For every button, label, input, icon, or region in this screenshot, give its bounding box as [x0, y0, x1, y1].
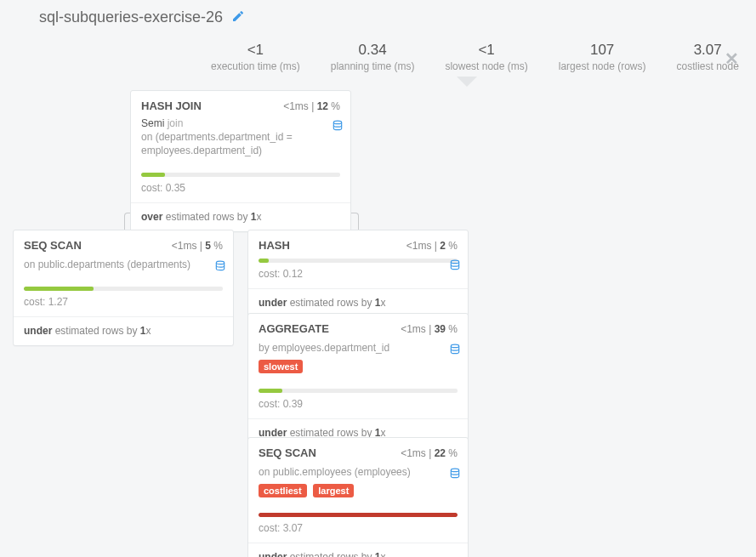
node-header: HASH <1ms | 2 % [248, 230, 468, 257]
svg-point-2 [451, 260, 458, 264]
metric-planning-time: 0.34 planning time (ms) [315, 42, 430, 72]
svg-point-3 [451, 344, 458, 348]
plan-node-hash-join[interactable]: HASH JOIN <1ms | 12 % Semi join on (depa… [130, 90, 351, 232]
database-icon [214, 259, 226, 276]
node-type: HASH JOIN [141, 99, 202, 112]
node-body: by employees.department_id slowest [248, 341, 468, 380]
node-header: SEQ SCAN <1ms | 5 % [14, 230, 233, 257]
svg-point-1 [216, 261, 224, 264]
badges: costliest largest [259, 484, 458, 497]
cost-value: cost: 0.12 [248, 263, 468, 289]
node-body [248, 257, 468, 259]
metric-value: 0.34 [331, 42, 415, 59]
page-title: sql-subqueries-exercise-26 [39, 9, 223, 26]
estimate-row: over estimated rows by 1x [131, 203, 350, 231]
metric-execution-time: <1 execution time (ms) [196, 42, 315, 72]
database-icon [332, 119, 344, 135]
plan-canvas: HASH JOIN <1ms | 12 % Semi join on (depa… [0, 77, 756, 557]
node-condition: on public.departments (departments) [24, 258, 223, 271]
node-subtext: Semi join [141, 117, 340, 129]
plan-node-seq-scan-employees[interactable]: SEQ SCAN <1ms | 22 % on public.employees… [247, 437, 469, 557]
metric-slowest-node: <1 slowest node (ms) [429, 42, 543, 72]
metric-value: <1 [211, 42, 300, 59]
metrics-bar: <1 execution time (ms) 0.34 planning tim… [0, 26, 756, 72]
cost-value: cost: 0.39 [248, 393, 468, 419]
metric-label: planning time (ms) [331, 60, 415, 72]
node-condition: by employees.department_id [259, 341, 458, 355]
node-header: SEQ SCAN <1ms | 22 % [248, 438, 468, 464]
badge-slowest: slowest [259, 360, 303, 373]
node-body: on public.departments (departments) [14, 258, 233, 278]
plan-node-seq-scan-departments[interactable]: SEQ SCAN <1ms | 5 % on public.department… [13, 230, 234, 346]
metric-value: <1 [445, 42, 527, 59]
database-icon [449, 343, 461, 359]
estimate-row: under estimated rows by 1x [14, 317, 233, 345]
badge-costliest: costliest [259, 484, 307, 497]
node-type: HASH [259, 239, 290, 252]
node-stats: <1ms | 39 % [401, 323, 458, 335]
database-icon [449, 259, 461, 275]
node-stats: <1ms | 22 % [401, 447, 458, 459]
metric-value: 107 [559, 42, 646, 59]
database-icon [449, 467, 461, 483]
node-type: AGGREGATE [259, 322, 329, 335]
node-type: SEQ SCAN [24, 239, 82, 252]
node-header: AGGREGATE <1ms | 39 % [248, 314, 468, 340]
svg-point-0 [333, 121, 341, 124]
metric-largest-node: 107 largest node (rows) [543, 42, 662, 72]
title-bar: sql-subqueries-exercise-26 [0, 0, 756, 26]
node-stats: <1ms | 12 % [283, 100, 340, 112]
metric-label: largest node (rows) [559, 60, 646, 72]
badge-largest: largest [313, 484, 354, 497]
node-body: on public.employees (employees) costlies… [248, 465, 468, 504]
node-body: Semi join on (departments.department_id … [131, 117, 350, 164]
plan-node-hash[interactable]: HASH <1ms | 2 % cost: 0.12 under estimat… [247, 230, 469, 318]
plan-node-aggregate[interactable]: AGGREGATE <1ms | 39 % by employees.depar… [247, 313, 469, 448]
edit-icon[interactable] [231, 9, 245, 26]
node-stats: <1ms | 2 % [406, 240, 458, 252]
svg-point-4 [451, 469, 458, 472]
cost-value: cost: 1.27 [14, 291, 233, 317]
node-header: HASH JOIN <1ms | 12 % [131, 91, 350, 117]
badges: slowest [259, 360, 458, 373]
close-icon[interactable]: ✕ [725, 48, 739, 69]
metric-label: slowest node (ms) [445, 60, 527, 72]
node-type: SEQ SCAN [259, 446, 316, 459]
cost-value: cost: 0.35 [131, 177, 350, 203]
metric-label: execution time (ms) [211, 60, 300, 72]
metric-costliest-node: 3.07 costliest node [662, 42, 754, 72]
estimate-row: under estimated rows by 1x [248, 543, 468, 557]
node-stats: <1ms | 5 % [172, 240, 223, 252]
node-condition: on (departments.department_id = employee… [141, 130, 340, 157]
cost-value: cost: 3.07 [248, 517, 468, 543]
node-condition: on public.employees (employees) [259, 465, 458, 479]
